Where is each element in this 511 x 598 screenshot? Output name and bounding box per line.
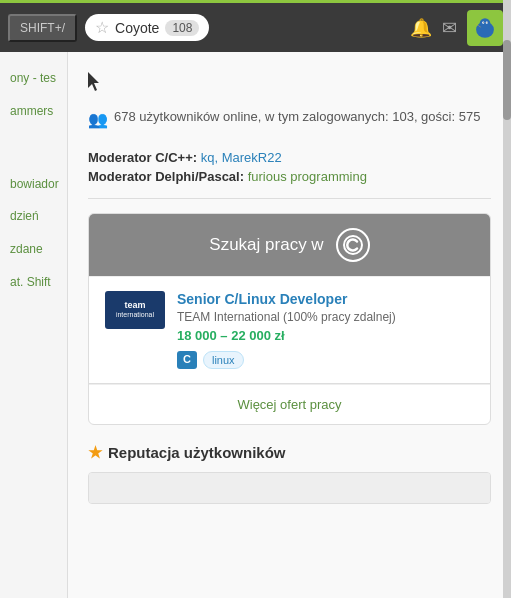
job-details: Senior C/Linux Developer TEAM Internatio… xyxy=(177,291,474,369)
job-more-link: Więcej ofert pracy xyxy=(89,384,490,424)
sidebar-item-3[interactable]: bowiador xyxy=(0,168,67,201)
moderator-delphi-name[interactable]: furious programming xyxy=(248,169,367,184)
moderator-delphi-label: Moderator Delphi/Pascal: xyxy=(88,169,244,184)
shift-button[interactable]: SHIFT+/ xyxy=(8,14,77,42)
coyote-button[interactable]: ☆ Coyote 108 xyxy=(85,14,209,41)
topbar-right-icons: 🔔 ✉ xyxy=(410,10,503,46)
job-company-name: TEAM International (100% pracy zdalnej) xyxy=(177,310,474,324)
job-company-row: team international Senior C/Linux Develo… xyxy=(105,291,474,369)
sidebar-item-4[interactable]: dzień xyxy=(0,200,67,233)
company-logo-text: team international xyxy=(116,300,154,319)
moderator-cpp-names[interactable]: kq, MarekR22 xyxy=(201,150,282,165)
svg-point-7 xyxy=(487,22,488,23)
online-users-section: 👥 678 użytkowników online, w tym zalogow… xyxy=(88,107,491,132)
coyote-label: Coyote xyxy=(115,20,159,36)
scrollbar[interactable] xyxy=(503,0,511,598)
svg-point-6 xyxy=(483,22,484,23)
avatar[interactable] xyxy=(467,10,503,46)
sidebar-item-1[interactable]: ony - tes xyxy=(0,62,67,95)
job-listing: team international Senior C/Linux Develo… xyxy=(89,276,490,383)
online-users-text: 678 użytkowników online, w tym zalogowan… xyxy=(114,107,480,127)
job-tags: C linux xyxy=(177,351,474,369)
cursor-icon xyxy=(88,72,102,92)
job-search-box: Szukaj pracy w team international xyxy=(88,213,491,425)
scrollbar-thumb[interactable] xyxy=(503,40,511,120)
sidebar-item-6[interactable]: at. Shift xyxy=(0,266,67,299)
company-logo: team international xyxy=(105,291,165,329)
reputation-section: ★ Reputacja użytkowników xyxy=(88,443,491,462)
moderator-cpp-row: Moderator C/C++: kq, MarekR22 xyxy=(88,150,491,165)
mail-icon[interactable]: ✉ xyxy=(442,17,457,39)
separator-1 xyxy=(88,198,491,199)
c-logo-icon xyxy=(343,235,363,255)
svg-point-2 xyxy=(480,18,491,29)
job-box-header-text: Szukaj pracy w xyxy=(209,235,323,255)
bell-icon[interactable]: 🔔 xyxy=(410,17,432,39)
moderator-cpp-label: Moderator C/C++: xyxy=(88,150,197,165)
topbar: SHIFT+/ ☆ Coyote 108 🔔 ✉ xyxy=(0,0,511,52)
sidebar-item-2[interactable]: ammers xyxy=(0,95,67,128)
reputation-label: Reputacja użytkowników xyxy=(108,444,286,461)
moderator-delphi-row: Moderator Delphi/Pascal: furious program… xyxy=(88,169,491,184)
c-logo xyxy=(336,228,370,262)
content-area: 👥 678 użytkowników online, w tym zalogow… xyxy=(68,52,511,598)
coyote-count: 108 xyxy=(165,20,199,36)
job-salary: 18 000 – 22 000 zł xyxy=(177,328,474,343)
sidebar-item-5[interactable]: zdane xyxy=(0,233,67,266)
job-title[interactable]: Senior C/Linux Developer xyxy=(177,291,474,307)
tag-linux[interactable]: linux xyxy=(203,351,244,369)
star-icon: ☆ xyxy=(95,18,109,37)
tag-c[interactable]: C xyxy=(177,351,197,369)
job-box-header: Szukaj pracy w xyxy=(89,214,490,276)
users-icon: 👥 xyxy=(88,108,108,132)
more-jobs-link[interactable]: Więcej ofert pracy xyxy=(237,397,341,412)
main-content: ony - tes ammers bowiador dzień zdane at… xyxy=(0,52,511,598)
reputation-star-icon: ★ xyxy=(88,443,102,462)
reputation-table xyxy=(88,472,491,504)
sidebar: ony - tes ammers bowiador dzień zdane at… xyxy=(0,52,68,598)
